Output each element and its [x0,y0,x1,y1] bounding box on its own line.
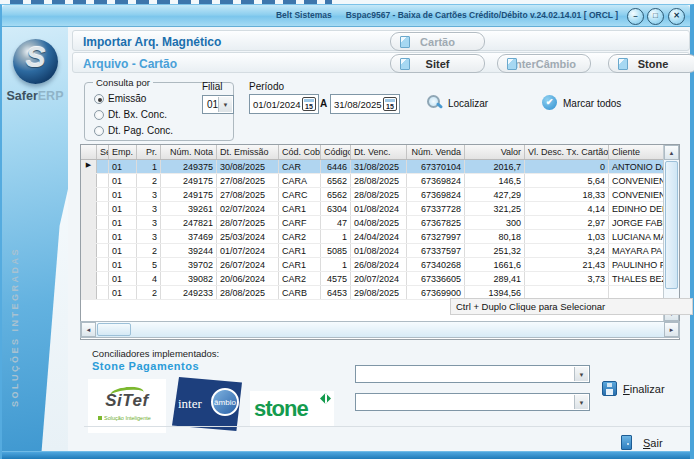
sidebar: S SaferERP SOLUÇÕES INTEGRADAS [2,27,68,451]
grid-cell: CONVENIEN [609,188,665,201]
table-row[interactable]: 0133926102/07/2024CAR1630401/08/20246733… [81,202,679,216]
localizar-button[interactable]: Localizar [448,98,488,109]
row-marker-icon [81,244,97,257]
grid-header-cell[interactable]: Núm. Nota [161,145,217,159]
grid-cell: 249233 [161,286,217,299]
horizontal-scrollbar-thumb[interactable] [97,323,131,336]
table-row[interactable]: 0123924401/07/2024CAR1508501/08/20246733… [81,244,679,258]
stone-button[interactable]: Stone [608,54,694,73]
grid-header-cell[interactable]: Emp. [109,145,137,159]
sair-button[interactable]: Sair [643,437,663,449]
cartao-button[interactable]: Cartão [390,32,485,51]
grid-cell: 3 [137,188,161,201]
exit-door-icon[interactable] [621,435,632,450]
grid-header-cell[interactable]: Dt. Emissão [217,145,279,159]
table-row[interactable]: 01224917527/08/2025CARA656228/08/2025673… [81,174,679,188]
chevron-down-icon[interactable]: ▼ [574,367,588,381]
grid-header-cell[interactable]: Se [97,145,109,159]
table-row[interactable]: 01324917527/08/2025CARC656228/08/2025673… [81,188,679,202]
scroll-up-icon[interactable]: ▲ [664,145,679,160]
grid-cell: 28/07/2025 [217,216,279,229]
maximize-button[interactable]: □ [647,8,664,25]
sitef-logo: SiTef Solução Inteligente [88,379,166,433]
grid-cell: 67369824 [407,188,465,201]
table-row[interactable]: 0153970226/07/2024CAR1126/08/20246734026… [81,258,679,272]
radio-button-icon [94,126,104,136]
marcar-todos-button[interactable]: Marcar todos [563,98,621,109]
grid-cell: 2016,7 [465,160,525,173]
grid-cell: 0 [525,160,609,173]
radio-dt-bx-conc-label: Dt. Bx. Conc. [108,109,167,120]
calendar-icon[interactable]: 15 [302,97,316,111]
grid-cell: 2 [137,244,161,257]
row-marker-icon [81,258,97,271]
grid-header-cell[interactable]: Valor [465,145,525,159]
radio-button-icon [94,94,104,104]
grid-cell [97,202,109,215]
grid-cell: 01 [109,258,137,271]
scroll-left-icon[interactable]: ◄ [81,322,96,337]
scroll-right-icon[interactable]: ► [664,322,679,337]
check-circle-icon[interactable]: ✔ [542,95,557,110]
grid-cell: 67369824 [407,174,465,187]
finalizar-button[interactable]: Finalizar [623,383,665,395]
grid-header-cell[interactable]: Vl. Desc. Tx. Cartão [525,145,609,159]
grid-cell: 247821 [161,216,217,229]
horizontal-scrollbar[interactable]: ◄ ► [80,321,680,338]
close-icon: ✕ [673,11,680,20]
grid-cell: 4 [137,272,161,285]
periodo-to-input[interactable]: 31/08/2025 15 [330,94,400,114]
conciliador-select-1[interactable]: ▼ [355,365,590,383]
table-row[interactable]: ▶01124937530/08/2025CAR644631/08/2025673… [81,160,679,174]
intercambio-logo-text: inter [178,396,202,412]
grid-cell [97,216,109,229]
grid-header-cell[interactable]: Pr. [137,145,161,159]
grid-header-cell[interactable]: Cód. Cob. [279,145,321,159]
check-icon: ✔ [546,97,554,107]
table-row[interactable]: 0143908220/06/2024CAR2457520/07/20246733… [81,272,679,286]
radio-emissao[interactable]: Emissão [94,93,146,105]
table-row[interactable]: 01324782128/07/2025CARF4704/08/202567367… [81,216,679,230]
grid-cell: CARF [279,216,321,229]
table-row[interactable]: 0133746925/03/2024CAR2124/04/20246732799… [81,230,679,244]
intercambio-button[interactable]: InterCâmbio [497,54,591,73]
radio-dt-bx-conc[interactable]: Dt. Bx. Conc. [94,109,167,121]
conciliador-select-2[interactable]: ▼ [355,393,590,411]
filial-select[interactable]: 01 ▼ [202,95,234,114]
periodo-from-input[interactable]: 01/01/2024 15 [249,94,319,114]
close-button[interactable]: ✕ [668,8,685,25]
stone-pagamentos-link[interactable]: Stone Pagamentos [92,360,199,372]
grid-header-cell[interactable]: Núm. Venda [407,145,465,159]
maximize-icon: □ [653,11,658,20]
document-icon [400,58,410,70]
grid-cell: 2 [137,174,161,187]
sitef-button[interactable]: Sitef [390,54,485,73]
grid-header-row: SeEmp.Pr.Núm. NotaDt. EmissãoCód. Cob.Có… [81,145,679,160]
grid-cell: THALES BEZ [609,272,665,285]
logo-letter: S [13,40,58,74]
grid-cell: 01/08/2024 [351,202,407,215]
radio-dt-pag-conc[interactable]: Dt. Pag. Conc. [94,125,173,137]
vertical-scrollbar-thumb[interactable] [665,161,678,289]
minimize-button[interactable]: – [627,8,644,25]
header-band-primary: Importar Arq. Magnético Cartão [72,30,690,51]
grid-header-cell[interactable]: Código [321,145,351,159]
grid-header-cell[interactable]: Dt. Venc. [351,145,407,159]
vertical-scrollbar[interactable]: ▲ ▼ [663,145,679,321]
grid-cell: PAULINHO F [609,258,665,271]
title-bar[interactable]: Belt SistemasBspac9567 - Baixa de Cartõe… [2,5,690,27]
grid-cell: 67337728 [407,202,465,215]
screen: Belt SistemasBspac9567 - Baixa de Cartõe… [0,0,694,459]
grid-cell: 01 [109,160,137,173]
grid-header-cell[interactable]: Cliente [609,145,665,159]
grid-cell: CONVENIEN [609,174,665,187]
chevron-down-icon[interactable]: ▼ [574,395,588,409]
search-icon[interactable] [426,95,442,111]
calendar-icon[interactable]: 15 [383,97,397,111]
grid-cell: 27/08/2025 [217,174,279,187]
app-window: Belt SistemasBspac9567 - Baixa de Cartõe… [0,4,694,459]
save-icon[interactable] [602,381,617,396]
grid-cell: 01/07/2024 [217,244,279,257]
chevron-down-icon[interactable]: ▼ [218,97,232,112]
grid-cell: 27/08/2025 [217,188,279,201]
